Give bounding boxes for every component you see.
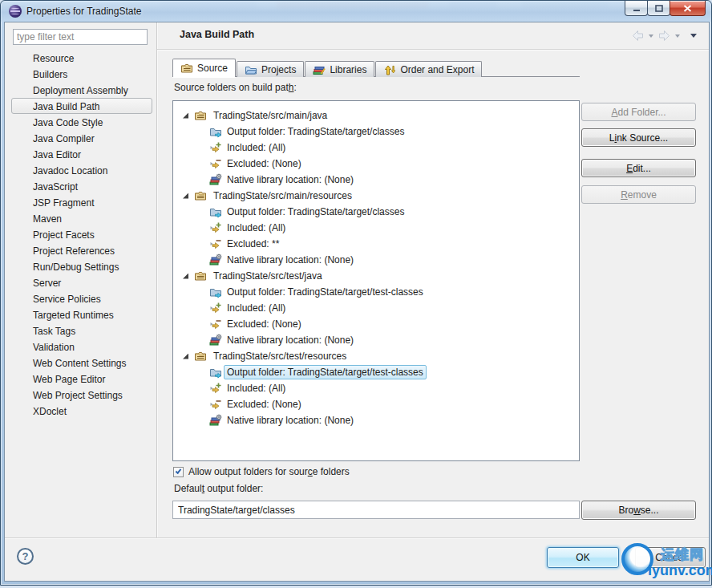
close-button[interactable]: [670, 1, 706, 16]
tree-item[interactable]: Excluded: (None): [224, 317, 305, 331]
tree-child-row[interactable]: Excluded: (None): [173, 316, 579, 332]
sidebar-item-web-project-settings[interactable]: Web Project Settings: [11, 387, 152, 403]
expand-toggle-icon[interactable]: [183, 193, 188, 199]
included-icon: [209, 302, 222, 314]
forward-icon[interactable]: [657, 30, 671, 42]
tab-source[interactable]: Source: [172, 59, 236, 77]
sidebar-item-task-tags[interactable]: Task Tags: [11, 322, 152, 339]
tree-item[interactable]: Native library location: (None): [224, 172, 357, 187]
tree-child-row[interactable]: Excluded: (None): [173, 156, 579, 172]
sidebar-item-service-policies[interactable]: Service Policies: [11, 290, 152, 306]
tree-item[interactable]: Included: (All): [224, 140, 289, 155]
tree-child-row[interactable]: Included: (All): [173, 300, 579, 316]
remove-button[interactable]: Remove: [581, 185, 696, 204]
tree-item[interactable]: Native library location: (None): [224, 333, 357, 347]
sidebar-item-web-page-editor[interactable]: Web Page Editor: [11, 371, 152, 387]
tree-group-row[interactable]: TradingState/src/main/resources: [173, 188, 579, 204]
tree-child-row[interactable]: Output folder: TradingState/target/class…: [173, 204, 579, 220]
tab-projects[interactable]: Projects: [237, 61, 304, 77]
tree-selected-item[interactable]: Output folder: TradingState/target/test-…: [224, 365, 427, 379]
tree-child-row[interactable]: Included: (All): [173, 220, 579, 236]
source-folders-tree[interactable]: TradingState/src/main/javaOutput folder:…: [172, 100, 580, 461]
titlebar[interactable]: Properties for TradingState: [1, 1, 711, 22]
help-button[interactable]: ?: [17, 548, 34, 565]
tree-item-label: Excluded: (None): [227, 318, 301, 330]
sidebar-item-java-build-path[interactable]: Java Build Path: [11, 98, 152, 114]
tree-item[interactable]: Included: (All): [224, 301, 289, 315]
forward-menu-caret-icon[interactable]: [675, 34, 680, 38]
sidebar-item-project-references[interactable]: Project References: [11, 242, 152, 258]
dialog-body: ResourceBuildersDeployment AssemblyJava …: [4, 22, 710, 582]
tree-item[interactable]: Excluded: (None): [224, 397, 305, 412]
filter-input[interactable]: [13, 29, 148, 45]
tree-child-row[interactable]: Excluded: (None): [173, 396, 579, 412]
tree-group-label: TradingState/src/main/resources: [210, 189, 355, 203]
minimize-button[interactable]: [625, 1, 648, 16]
tab-bar: SourceProjectsLibrariesOrder and Export: [172, 59, 580, 77]
sidebar-item-builders[interactable]: Builders: [11, 66, 152, 82]
edit-button[interactable]: Edit...: [581, 159, 696, 177]
tree-item[interactable]: Included: (All): [224, 381, 289, 395]
tree-item[interactable]: Output folder: TradingState/target/test-…: [224, 285, 427, 299]
tree-child-row[interactable]: Output folder: TradingState/target/class…: [173, 124, 579, 140]
sidebar-item-xdoclet[interactable]: XDoclet: [11, 403, 152, 419]
tree-item[interactable]: Output folder: TradingState/target/class…: [224, 205, 407, 219]
maximize-button[interactable]: [647, 1, 670, 16]
output-folder-icon: [209, 286, 222, 298]
allow-output-checkbox[interactable]: [173, 467, 184, 477]
tree-item[interactable]: Excluded: (None): [224, 156, 305, 171]
expand-toggle-icon[interactable]: [183, 113, 188, 119]
expand-toggle-icon[interactable]: [183, 274, 188, 279]
sidebar-item-server[interactable]: Server: [11, 274, 152, 290]
tree-item[interactable]: Native library location: (None): [224, 253, 357, 267]
sidebar-item-run-debug-settings[interactable]: Run/Debug Settings: [11, 258, 152, 274]
tree-child-row[interactable]: Excluded: **: [173, 236, 579, 252]
tree-group-row[interactable]: TradingState/src/test/resources: [173, 348, 579, 364]
tree-item-label: Output folder: TradingState/target/class…: [227, 206, 404, 217]
sidebar-item-web-content-settings[interactable]: Web Content Settings: [11, 355, 152, 371]
default-output-input[interactable]: [172, 501, 580, 519]
tree-child-row[interactable]: Output folder: TradingState/target/test-…: [173, 364, 579, 380]
back-menu-caret-icon[interactable]: [649, 34, 653, 38]
back-icon[interactable]: [631, 30, 645, 42]
sidebar-item-project-facets[interactable]: Project Facets: [11, 226, 152, 242]
default-output-label: Default output folder:: [174, 483, 263, 494]
sidebar-item-java-editor[interactable]: Java Editor: [11, 146, 152, 162]
button-label: Link Source...: [609, 132, 668, 144]
tree-item[interactable]: Included: (All): [224, 221, 289, 235]
tree-item[interactable]: Excluded: **: [224, 237, 282, 251]
link-source-button[interactable]: Link Source...: [581, 128, 696, 147]
sidebar-item-java-code-style[interactable]: Java Code Style: [11, 114, 152, 130]
tree-child-row[interactable]: Native library location: (None): [173, 332, 579, 348]
source-folder-icon: [180, 62, 193, 75]
ok-button[interactable]: OK: [547, 547, 619, 568]
tab-label: Libraries: [330, 64, 366, 75]
tab-order-and-export[interactable]: Order and Export: [375, 61, 482, 77]
tree-item[interactable]: Native library location: (None): [224, 413, 357, 428]
expand-toggle-icon[interactable]: [183, 354, 188, 359]
add-folder-button[interactable]: Add Folder...: [581, 103, 696, 121]
window-title: Properties for TradingState: [26, 6, 141, 17]
tree-child-row[interactable]: Output folder: TradingState/target/test-…: [173, 284, 579, 300]
view-menu-icon[interactable]: [690, 34, 697, 38]
tree-child-row[interactable]: Native library location: (None): [173, 172, 579, 188]
sidebar-item-java-compiler[interactable]: Java Compiler: [11, 130, 152, 146]
tree-group-row[interactable]: TradingState/src/main/java: [173, 107, 579, 124]
sidebar-item-resource[interactable]: Resource: [11, 50, 152, 66]
browse-button[interactable]: Browse...: [581, 501, 696, 520]
sidebar-item-targeted-runtimes[interactable]: Targeted Runtimes: [11, 306, 152, 322]
sidebar-item-javascript[interactable]: JavaScript: [11, 178, 152, 194]
tree-child-row[interactable]: Included: (All): [173, 380, 579, 396]
sidebar-item-validation[interactable]: Validation: [11, 339, 152, 355]
cancel-button[interactable]: Cancel: [635, 547, 706, 568]
sidebar-item-deployment-assembly[interactable]: Deployment Assembly: [11, 82, 152, 98]
tree-child-row[interactable]: Included: (All): [173, 140, 579, 156]
tree-child-row[interactable]: Native library location: (None): [173, 412, 579, 428]
sidebar-item-javadoc-location[interactable]: Javadoc Location: [11, 162, 152, 178]
tab-libraries[interactable]: Libraries: [305, 61, 374, 77]
tree-group-row[interactable]: TradingState/src/test/java: [173, 268, 579, 284]
sidebar-item-jsp-fragment[interactable]: JSP Fragment: [11, 194, 152, 210]
tree-child-row[interactable]: Native library location: (None): [173, 252, 579, 268]
tree-item[interactable]: Output folder: TradingState/target/class…: [224, 124, 407, 139]
sidebar-item-maven[interactable]: Maven: [11, 210, 152, 226]
